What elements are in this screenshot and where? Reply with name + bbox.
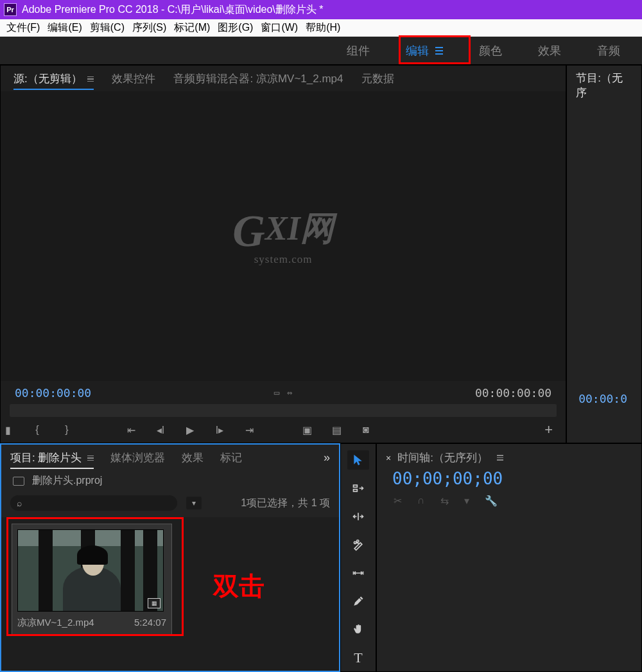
snap-icon[interactable]: ✂ xyxy=(394,495,402,507)
play-button[interactable]: ▶ xyxy=(183,423,197,437)
title-bar: Pr Adobe Premiere Pro CC 2018 - C:\用户\li… xyxy=(0,0,642,19)
panel-menu-icon[interactable] xyxy=(87,455,94,461)
menu-graphics[interactable]: 图形(G) xyxy=(215,20,256,36)
clip-item[interactable]: ▦ 凉凉MV~1_2.mp4 5:24:07 xyxy=(12,524,172,635)
export-frame-button[interactable]: ◙ xyxy=(359,423,373,437)
hand-tool[interactable] xyxy=(347,620,369,639)
project-bin[interactable]: ▦ 凉凉MV~1_2.mp4 5:24:07 双击 xyxy=(1,517,339,671)
clip-name: 凉凉MV~1_2.mp4 xyxy=(17,617,94,629)
magnet-icon[interactable]: ∩ xyxy=(417,495,425,507)
program-timecode-left[interactable]: 00:00:0 xyxy=(578,392,627,405)
project-search-input[interactable]: ⌕ xyxy=(10,495,177,511)
tab-metadata[interactable]: 元数据 xyxy=(361,71,394,86)
settings-wrench-icon[interactable]: 🔧 xyxy=(485,495,498,507)
ripple-edit-tool[interactable] xyxy=(347,507,369,526)
workspace-bar: 组件 编辑 颜色 效果 音频 xyxy=(0,37,642,65)
folder-icon xyxy=(13,477,24,486)
tab-effect-controls[interactable]: 效果控件 xyxy=(112,71,155,86)
workspace-editing[interactable]: 编辑 xyxy=(388,37,461,65)
selection-info: 1项已选择，共 1 项 xyxy=(241,497,330,510)
timeline-toolbar: ✂ ∩ ⇆ ▾ 🔧 xyxy=(386,495,632,507)
panel-menu-icon[interactable] xyxy=(497,455,503,461)
project-panel: 项目: 删除片头 媒体浏览器 效果 标记 » 删除片头.prproj ⌕ ▾ 1… xyxy=(0,443,340,672)
window-title: Adobe Premiere Pro CC 2018 - C:\用户\likai… xyxy=(22,3,323,17)
search-icon: ⌕ xyxy=(17,498,22,508)
mark-out-button[interactable]: } xyxy=(60,423,74,437)
project-panel-tabs: 项目: 删除片头 媒体浏览器 效果 标记 » xyxy=(1,445,339,470)
overflow-chevron-icon[interactable]: » xyxy=(324,451,330,464)
panel-menu-icon[interactable] xyxy=(87,76,94,82)
svg-rect-1 xyxy=(354,490,358,491)
zoom-icon[interactable]: ⇔ xyxy=(287,387,292,398)
tools-panel: T xyxy=(340,443,376,672)
source-timecode-left[interactable]: 00:00:00:00 xyxy=(15,386,91,400)
source-scrub-bar[interactable] xyxy=(10,404,557,417)
menu-clip[interactable]: 剪辑(C) xyxy=(87,20,127,36)
source-transport: ▮ { } ⇤ ◂I ▶ I▸ ⇥ ▣ ▤ ◙ + xyxy=(1,417,566,443)
razor-tool[interactable] xyxy=(347,535,369,554)
close-timeline-icon[interactable]: × xyxy=(386,453,391,463)
menu-help[interactable]: 帮助(H) xyxy=(303,20,343,36)
link-icon[interactable]: ⇆ xyxy=(440,495,449,507)
selection-tool[interactable] xyxy=(347,450,369,470)
button-editor-plus[interactable]: + xyxy=(544,421,553,438)
menu-sequence[interactable]: 序列(S) xyxy=(130,20,169,36)
insert-button[interactable]: ▣ xyxy=(300,423,314,437)
track-select-tool[interactable] xyxy=(347,479,369,498)
type-tool[interactable]: T xyxy=(347,648,369,668)
filter-bin-icon[interactable]: ▾ xyxy=(186,497,202,509)
menu-edit[interactable]: 编辑(E) xyxy=(45,20,84,36)
goto-in-button[interactable]: ⇤ xyxy=(124,423,138,437)
workspace-menu-icon[interactable] xyxy=(435,47,443,55)
source-timecode-right: 00:00:00:00 xyxy=(475,386,551,400)
svg-rect-0 xyxy=(354,485,358,487)
marker-button[interactable]: ▮ xyxy=(1,423,15,437)
tab-timeline[interactable]: 时间轴:（无序列） xyxy=(397,450,488,465)
clip-duration: 5:24:07 xyxy=(134,617,166,629)
menu-file[interactable]: 文件(F) xyxy=(4,20,42,36)
watermark: GXI网 system.com xyxy=(232,208,333,264)
annotation-double-click-label: 双击 xyxy=(213,569,265,604)
project-filepath: 删除片头.prproj xyxy=(1,470,339,491)
timeline-panel: × 时间轴:（无序列） 00;00;00;00 ✂ ∩ ⇆ ▾ 🔧 xyxy=(376,443,642,672)
clip-thumbnail[interactable]: ▦ xyxy=(17,529,164,612)
step-back-button[interactable]: ◂I xyxy=(153,423,168,437)
source-monitor-view[interactable]: GXI网 system.com xyxy=(1,91,566,381)
fit-icon[interactable]: ▭ xyxy=(274,387,279,398)
tab-media-browser[interactable]: 媒体浏览器 xyxy=(110,450,165,465)
tab-markers[interactable]: 标记 xyxy=(220,450,242,465)
tab-project[interactable]: 项目: 删除片头 xyxy=(10,450,94,465)
program-monitor-panel: 节目:（无序 00:00:0 xyxy=(566,65,642,443)
step-forward-button[interactable]: I▸ xyxy=(213,423,227,437)
app-icon: Pr xyxy=(4,3,17,16)
menu-marker[interactable]: 标记(M) xyxy=(171,20,213,36)
tab-program[interactable]: 节目:（无序 xyxy=(567,66,641,105)
workspace-audio[interactable]: 音频 xyxy=(579,37,638,65)
timeline-timecode[interactable]: 00;00;00;00 xyxy=(386,465,632,495)
overwrite-button[interactable]: ▤ xyxy=(329,423,343,437)
source-monitor-panel: 源:（无剪辑） 效果控件 音频剪辑混合器: 凉凉MV~1_2.mp4 元数据 G… xyxy=(0,65,566,443)
source-panel-tabs: 源:（无剪辑） 效果控件 音频剪辑混合器: 凉凉MV~1_2.mp4 元数据 xyxy=(1,66,566,91)
goto-out-button[interactable]: ⇥ xyxy=(242,423,256,437)
workspace-assembly[interactable]: 组件 xyxy=(329,37,388,65)
pen-tool[interactable] xyxy=(347,592,369,611)
tab-audio-clip-mixer[interactable]: 音频剪辑混合器: 凉凉MV~1_2.mp4 xyxy=(173,71,343,86)
video-clip-icon: ▦ xyxy=(148,598,160,608)
source-time-row: 00:00:00:00 ▭ ⇔ 00:00:00:00 xyxy=(1,381,566,404)
tab-effects-panel[interactable]: 效果 xyxy=(182,450,204,465)
tab-source[interactable]: 源:（无剪辑） xyxy=(13,71,94,86)
slip-tool[interactable] xyxy=(347,563,369,583)
marker-add-icon[interactable]: ▾ xyxy=(464,495,469,507)
menu-window[interactable]: 窗口(W) xyxy=(258,20,300,36)
workspace-color[interactable]: 颜色 xyxy=(461,37,520,65)
menu-bar: 文件(F) 编辑(E) 剪辑(C) 序列(S) 标记(M) 图形(G) 窗口(W… xyxy=(0,19,642,37)
mark-in-button[interactable]: { xyxy=(30,423,44,437)
workspace-effects[interactable]: 效果 xyxy=(520,37,579,65)
